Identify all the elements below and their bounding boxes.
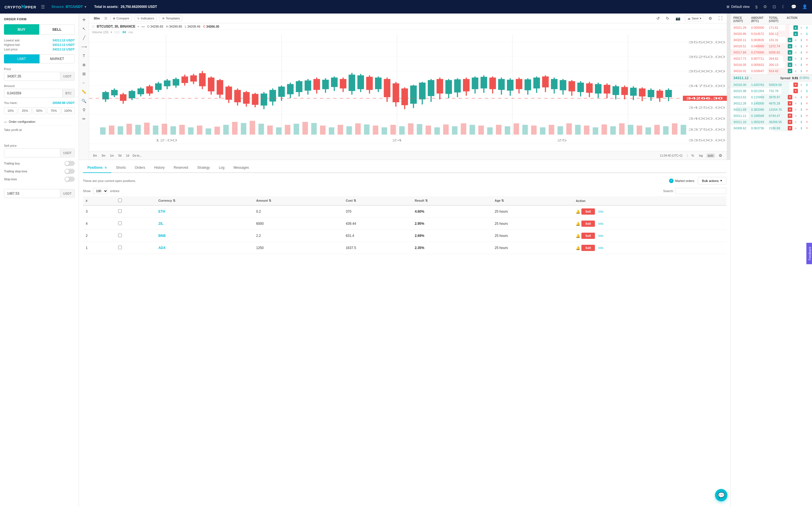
chart-pct-btn[interactable]: % [690,154,695,158]
close-icon[interactable]: × [805,44,809,48]
chat-fab-button[interactable]: 💬 [715,489,727,501]
camera-icon[interactable]: 📷 [674,15,682,21]
tab-history[interactable]: History [150,163,169,173]
trailing-buy-toggle[interactable] [64,161,75,166]
add-icon[interactable]: + [799,89,804,93]
buy-button[interactable]: BUY [4,24,39,35]
add-icon[interactable]: + [794,50,798,55]
theme-icon[interactable]: ☾ [782,4,785,9]
layout-icon[interactable]: ⊡ [772,4,776,9]
ray-tool[interactable]: ⟶ [80,43,88,51]
6m-btn[interactable]: 6m [92,154,98,158]
chart-log-btn[interactable]: log [698,154,704,158]
1m-btn[interactable]: 1m [109,154,115,158]
add-icon[interactable]: + [799,32,804,36]
info-icon[interactable]: ℹ [799,95,804,100]
user-icon[interactable]: 👤 [802,4,808,9]
row-select-checkbox[interactable] [118,233,122,237]
info-icon[interactable]: ℹ [799,120,804,124]
order-config-toggle[interactable]: — Order configuration [4,118,75,125]
exchange-selector[interactable]: Binance: BTC/USDT ▾ [52,5,86,9]
close-icon[interactable]: × [805,69,809,73]
undo-icon[interactable]: ↺ [655,15,661,21]
select-all-checkbox[interactable] [118,199,122,202]
add-icon[interactable]: + [794,62,798,67]
magnet-tool[interactable]: ⚲ [80,106,88,114]
timeframe-label[interactable]: 30m [92,16,101,21]
add-icon[interactable]: + [794,126,798,130]
hamburger-menu[interactable]: ☰ [41,4,45,10]
crosshair-tool[interactable]: ✛ [80,16,88,24]
notifications-icon[interactable]: 💬 [791,4,797,9]
feedback-button[interactable]: Feedback [806,243,812,264]
info-icon[interactable]: ℹ [799,107,804,112]
currency-eth-link[interactable]: ETH [158,210,165,214]
sell-icon[interactable]: ▼ [794,89,798,93]
info-icon[interactable]: ℹ [805,82,809,87]
pct-50-btn[interactable]: 50% [33,107,46,114]
add-icon[interactable]: + [794,120,798,124]
add-icon[interactable]: + [794,107,798,112]
info-icon[interactable]: ℹ [799,62,804,67]
info-icon[interactable]: ℹ [805,32,809,36]
info-zil-btn[interactable]: Info [596,221,606,227]
buy-icon[interactable]: ▲ [794,25,798,30]
goto-btn[interactable]: Go to... [133,154,142,157]
save-btn[interactable]: ☁ Save ▾ [685,15,704,21]
redo-icon[interactable]: ↻ [664,15,671,21]
close-icon[interactable]: × [805,101,809,106]
market-button[interactable]: MARKET [40,54,75,63]
sell-zil-btn[interactable]: Sell [581,221,595,227]
sell-ada-btn[interactable]: Sell [581,245,595,251]
info-icon[interactable]: ℹ [799,56,804,61]
add-icon[interactable]: + [794,56,798,61]
info-icon[interactable]: ℹ [805,25,809,30]
info-icon[interactable]: ℹ [799,69,804,73]
sell-eth-btn[interactable]: Sell [581,209,595,215]
zoom-in-tool[interactable]: 🔍 [80,97,88,105]
close-icon[interactable]: × [805,126,809,130]
add-icon[interactable]: + [799,25,804,30]
row-select-checkbox[interactable] [118,221,122,225]
tab-positions[interactable]: Positions ↻ [83,163,111,173]
limit-button[interactable]: LIMIT [4,54,40,63]
close-icon[interactable]: × [805,120,809,124]
info-ada-btn[interactable]: Info [596,245,606,251]
currency-zil-link[interactable]: ZIL [158,222,163,226]
stop-loss-toggle[interactable] [64,177,75,182]
tab-log[interactable]: Log [214,163,229,173]
currency-bnb-link[interactable]: BNB [158,234,166,238]
info-icon[interactable]: ℹ [799,38,804,42]
add-icon[interactable]: + [794,44,798,48]
add-icon[interactable]: + [794,69,798,73]
dollar-icon[interactable]: $ [755,4,758,9]
tab-shorts[interactable]: Shorts [111,163,130,173]
sell-button[interactable]: SELL [39,24,75,35]
3m-btn[interactable]: 3m [100,154,107,158]
cursor-tool[interactable]: ↖ [80,25,88,33]
bulk-actions-btn[interactable]: Bulk actions ▾ [698,177,726,184]
info-icon[interactable]: ℹ [799,114,804,118]
close-icon[interactable]: × [805,38,809,42]
entries-select[interactable]: 100 50 25 10 [93,188,108,194]
add-icon[interactable]: + [794,38,798,42]
compare-btn[interactable]: ⊕ Compare [110,15,132,21]
measure-tool[interactable]: 📏 [80,88,88,96]
add-icon[interactable]: + [794,101,798,106]
1d-btn[interactable]: 1d [125,154,130,158]
tab-messages[interactable]: Messages [229,163,253,173]
sell-price-input[interactable] [4,149,60,157]
close-icon[interactable]: × [805,50,809,55]
add-icon[interactable]: + [794,114,798,118]
search-input[interactable] [675,188,726,194]
close-icon[interactable]: × [805,107,809,112]
pct-25-btn[interactable]: 25% [18,107,32,114]
close-icon[interactable]: × [805,95,809,100]
close-icon[interactable]: × [805,62,809,67]
chart-canvas[interactable]: 35500.00 35250.00 35000.00 34750.00 3450… [89,35,727,151]
sell-icon[interactable]: ▼ [794,82,798,87]
pct-75-btn[interactable]: 75% [47,107,60,114]
settings-icon[interactable]: ⚙ [763,4,767,9]
default-view-btn[interactable]: ⊞ Default view [726,5,749,9]
info-bnb-btn[interactable]: Info [596,233,606,239]
